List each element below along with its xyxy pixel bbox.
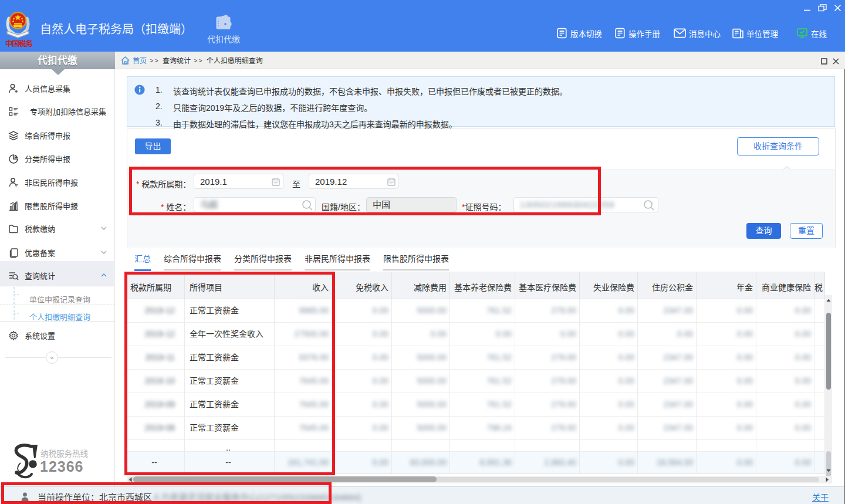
svg-text:纳税服务热线: 纳税服务热线 (40, 449, 88, 458)
svg-text:12366: 12366 (40, 458, 84, 475)
svg-text:中国税务: 中国税务 (5, 39, 33, 47)
